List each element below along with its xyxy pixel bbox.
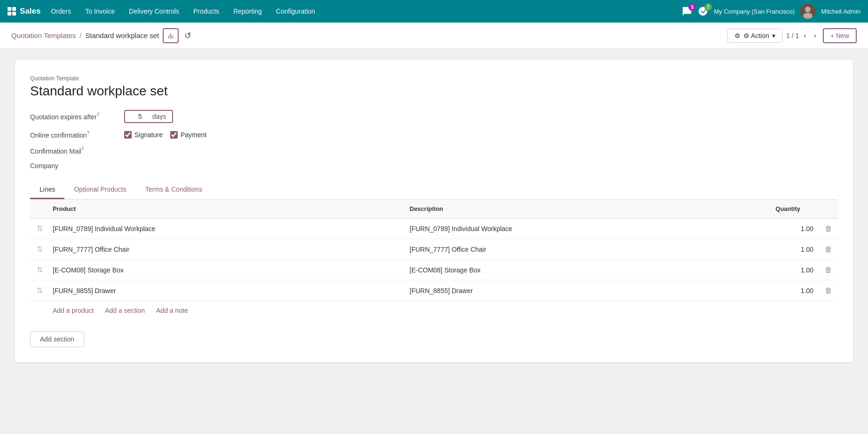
add-section-inline-button[interactable]: Add a section — [105, 307, 145, 314]
discard-button[interactable]: ↺ — [182, 29, 193, 43]
confirmation-checkboxes: Signature Payment — [124, 131, 206, 139]
table-header: Product Description Quantity — [30, 200, 838, 218]
next-record-button[interactable]: › — [811, 31, 819, 41]
table-row: ⇅ [E-COM08] Storage Box [E-COM08] Storag… — [30, 260, 838, 280]
confirmation-mail-label: Confirmation Mail? — [30, 147, 124, 155]
company-field-row: Company — [30, 162, 838, 170]
user-avatar[interactable] — [800, 4, 815, 19]
header-drag — [30, 203, 49, 214]
username[interactable]: Mitchell Admin — [821, 8, 860, 15]
breadcrumb-current: Standard workplace set — [85, 31, 159, 39]
main-content: Quotation Template Standard workplace se… — [0, 49, 868, 434]
tab-optional-products[interactable]: Optional Products — [64, 181, 135, 199]
save-button[interactable] — [163, 28, 179, 43]
nav-delivery-controls[interactable]: Delivery Controls — [122, 5, 186, 18]
breadcrumb-bar: Quotation Templates / Standard workplace… — [0, 23, 868, 49]
drag-handle[interactable]: ⇅ — [30, 245, 49, 254]
expires-input[interactable] — [131, 113, 150, 120]
form-title: Standard workplace set — [30, 84, 838, 99]
app-logo[interactable]: Sales — [8, 7, 40, 16]
expires-help-icon: ? — [97, 112, 100, 117]
grid-icon — [8, 7, 16, 16]
confirmation-field-row: Online confirmation? Signature Payment — [30, 131, 838, 139]
bottom-bar: Add section — [30, 327, 838, 351]
add-note-button[interactable]: Add a note — [156, 307, 188, 314]
add-row-buttons: Add a product Add a section Add a note — [30, 301, 838, 320]
cell-quantity[interactable]: 1.00 — [763, 266, 819, 274]
table-row: ⇅ [FURN_8855] Drawer [FURN_8855] Drawer … — [30, 280, 838, 301]
cell-description[interactable]: [FURN_8855] Drawer — [406, 283, 763, 298]
table-row: ⇅ [FURN_7777] Office Chair [FURN_7777] O… — [30, 239, 838, 260]
cell-product[interactable]: [FURN_7777] Office Chair — [49, 242, 406, 257]
cell-quantity[interactable]: 1.00 — [763, 225, 819, 232]
topnav-right-section: 5 7 My Company (San Francisco) Mitchell … — [682, 4, 860, 19]
payment-checkbox-item[interactable]: Payment — [170, 131, 206, 139]
header-description: Description — [406, 203, 763, 214]
confirmation-mail-row: Confirmation Mail? — [30, 147, 838, 155]
delete-row-button[interactable]: 🗑 — [819, 287, 838, 295]
breadcrumb-parent[interactable]: Quotation Templates — [11, 31, 76, 39]
activity-button[interactable]: 7 — [698, 6, 708, 16]
expires-field-row: Quotation expires after? days — [30, 110, 838, 123]
signature-label[interactable]: Signature — [134, 131, 163, 139]
svg-point-1 — [805, 7, 811, 12]
header-product: Product — [49, 203, 406, 214]
expires-days: days — [152, 113, 166, 120]
delete-row-button[interactable]: 🗑 — [819, 225, 838, 233]
tab-terms-conditions[interactable]: Terms & Conditions — [136, 181, 212, 199]
chat-badge: 5 — [688, 3, 696, 11]
drag-handle[interactable]: ⇅ — [30, 224, 49, 233]
chat-button[interactable]: 5 — [682, 6, 692, 16]
record-pager: 1 / 1 ‹ › — [786, 31, 819, 41]
cell-description[interactable]: [E-COM08] Storage Box — [406, 263, 763, 278]
company-name[interactable]: My Company (San Francisco) — [714, 8, 795, 15]
delete-row-button[interactable]: 🗑 — [819, 245, 838, 254]
nav-reporting[interactable]: Reporting — [227, 5, 268, 18]
nav-to-invoice[interactable]: To Invoice — [79, 5, 121, 18]
cell-product[interactable]: [E-COM08] Storage Box — [49, 263, 406, 278]
chevron-down-icon: ▾ — [772, 32, 775, 39]
drag-handle[interactable]: ⇅ — [30, 265, 49, 274]
signature-checkbox-item[interactable]: Signature — [124, 131, 163, 139]
expires-label: Quotation expires after? — [30, 112, 124, 121]
confirmation-label: Online confirmation? — [30, 131, 124, 139]
cell-product[interactable]: [FURN_8855] Drawer — [49, 283, 406, 298]
cell-description[interactable]: [FURN_7777] Office Chair — [406, 242, 763, 257]
payment-label[interactable]: Payment — [181, 131, 206, 139]
tab-lines[interactable]: Lines — [30, 181, 64, 199]
gear-icon: ⚙ — [734, 32, 741, 39]
action-button[interactable]: ⚙ ⚙ Action ▾ — [727, 29, 782, 43]
nav-products[interactable]: Products — [187, 5, 226, 18]
new-button[interactable]: + New — [823, 28, 857, 43]
confirmation-help-icon: ? — [87, 131, 90, 136]
table-row: ⇅ [FURN_0789] Individual Workplace [FURN… — [30, 218, 838, 239]
signature-checkbox[interactable] — [124, 131, 132, 139]
breadcrumb-right: ⚙ ⚙ Action ▾ 1 / 1 ‹ › + New — [727, 28, 857, 43]
cell-quantity[interactable]: 1.00 — [763, 246, 819, 253]
top-navigation: Sales Orders To Invoice Delivery Control… — [0, 0, 868, 23]
mail-help-icon: ? — [81, 147, 84, 152]
breadcrumb-separator: / — [79, 31, 81, 39]
cell-description[interactable]: [FURN_0789] Individual Workplace — [406, 221, 763, 236]
pager-text: 1 / 1 — [786, 32, 799, 39]
form-card: Quotation Template Standard workplace se… — [15, 60, 853, 362]
delete-row-button[interactable]: 🗑 — [819, 266, 838, 274]
cell-quantity[interactable]: 1.00 — [763, 287, 819, 294]
tab-bar: Lines Optional Products Terms & Conditio… — [30, 181, 838, 200]
company-label: Company — [30, 162, 124, 170]
header-quantity: Quantity — [763, 203, 819, 214]
action-label: ⚙ Action — [743, 32, 769, 39]
payment-checkbox[interactable] — [170, 131, 178, 139]
nav-orders[interactable]: Orders — [44, 5, 78, 18]
nav-configuration[interactable]: Configuration — [269, 5, 322, 18]
form-subtitle: Quotation Template — [30, 75, 838, 82]
prev-record-button[interactable]: ‹ — [801, 31, 809, 41]
lines-table: Product Description Quantity ⇅ [FURN_078… — [30, 200, 838, 320]
cell-product[interactable]: [FURN_0789] Individual Workplace — [49, 221, 406, 236]
add-section-button[interactable]: Add section — [30, 331, 84, 347]
activity-badge: 7 — [704, 3, 712, 11]
top-menu: Orders To Invoice Delivery Controls Prod… — [44, 5, 682, 18]
drag-handle[interactable]: ⇅ — [30, 286, 49, 295]
expires-box: days — [124, 110, 173, 123]
add-product-button[interactable]: Add a product — [53, 307, 94, 314]
